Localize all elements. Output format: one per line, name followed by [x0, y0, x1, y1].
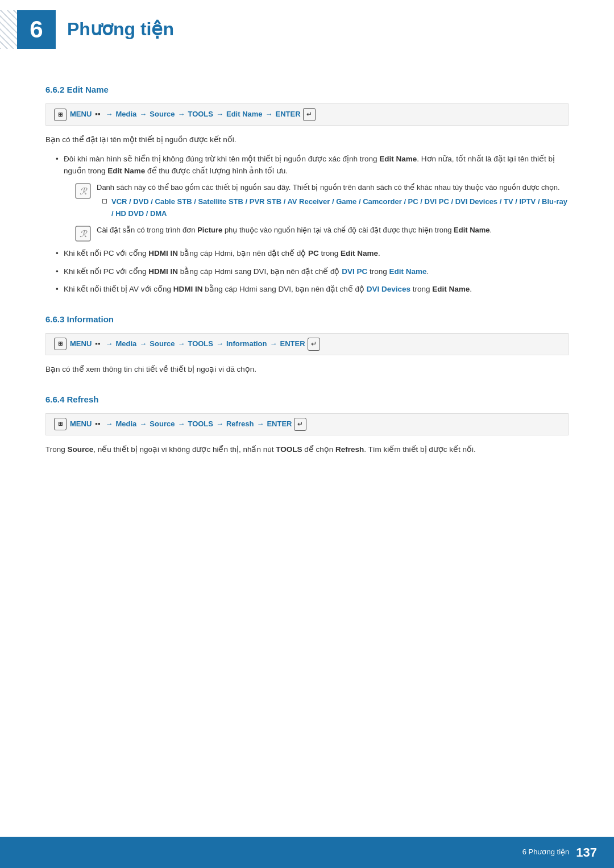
arrow-2: → [139, 109, 147, 121]
arrow-663-3: → [177, 338, 185, 350]
source-663: Source [150, 338, 175, 350]
arrow-664-1: → [106, 418, 113, 430]
arrow-4: → [216, 109, 223, 121]
sub-bullet-square [102, 199, 107, 203]
section-662-intro: Bạn có thể đặt lại tên một thiết bị nguồ… [45, 134, 569, 146]
svg-text:ℛ: ℛ [80, 186, 88, 196]
arrow-664-2: → [139, 418, 147, 430]
arrow-664-4: → [216, 418, 223, 430]
note-box-2: ℛ Cài đặt sẵn có trong trình đơn Picture… [75, 225, 569, 242]
media-663: Media [116, 338, 137, 350]
arrow-5: → [265, 109, 273, 121]
grid-icon-663: ▪▪ [95, 338, 100, 350]
section-663-intro: Bạn có thể xem thông tin chi tiết về thi… [45, 363, 569, 376]
menu-path-663: ⊞ MENU ▪▪ → Media → Source → TOOLS → Inf… [45, 333, 569, 355]
note-icon-2: ℛ [75, 226, 91, 242]
chapter-title: Phương tiện [67, 15, 174, 44]
note1-content: Danh sách này có thể bao gồm các thiết b… [97, 182, 569, 220]
menu-path-662: ⊞ MENU ▪▪ → Media → Source → TOOLS → Edi… [45, 103, 569, 126]
media-label: Media [116, 109, 137, 121]
refresh-664: Refresh [226, 418, 254, 430]
menu-word-664: MENU [70, 418, 92, 430]
menu-word-663: MENU [70, 338, 92, 350]
chapter-number: 6 [17, 10, 56, 49]
menu-path-664: ⊞ MENU ▪▪ → Media → Source → TOOLS → Ref… [45, 413, 569, 435]
page-wrapper: 6 Phương tiện 6.6.2 Edit Name ⊞ MENU ▪▪ … [0, 0, 614, 868]
page-footer: 6 Phương tiện 137 [0, 837, 614, 868]
menu-icon-664: ⊞ [54, 418, 67, 430]
tools-663: TOOLS [188, 338, 213, 350]
note-box-1: ℛ Danh sách này có thể bao gồm các thiết… [75, 182, 569, 220]
section-662-bullets: Đôi khi màn hình sẽ hiển thị không đúng … [45, 153, 569, 296]
bullet-4: Khi kết nối thiết bị AV với cổng HDMI IN… [56, 283, 569, 296]
enter-icon-663: ↵ [308, 338, 320, 351]
tools-664: TOOLS [188, 418, 213, 430]
grid-icon: ▪▪ [95, 109, 100, 121]
main-content: 6.6.2 Edit Name ⊞ MENU ▪▪ → Media → Sour… [0, 60, 614, 837]
menu-word: MENU [70, 109, 92, 121]
source-label-1: Source [150, 109, 175, 121]
grid-icon-664: ▪▪ [95, 418, 100, 430]
menu-icon: ⊞ [54, 109, 67, 121]
section-664-intro: Trong Source, nếu thiết bị ngoại vi khôn… [45, 443, 569, 456]
enter-icon-1: ↵ [303, 108, 316, 121]
bullet-3: Khi kết nối PC với cổng HDMI IN bằng cáp… [56, 265, 569, 278]
media-664: Media [116, 418, 137, 430]
bullet-2: Khi kết nối PC với cổng HDMI IN bằng cáp… [56, 247, 569, 260]
arrow-1: → [106, 109, 113, 121]
chapter-header: 6 Phương tiện [0, 0, 614, 55]
enter-label-1: ENTER [276, 109, 301, 121]
section-663-heading: 6.6.3 Information [45, 313, 569, 326]
enter-664: ENTER [267, 418, 292, 430]
menu-icon-663: ⊞ [54, 338, 67, 350]
section-662-heading: 6.6.2 Edit Name [45, 83, 569, 97]
arrow-664-3: → [177, 418, 185, 430]
arrow-663-1: → [106, 338, 113, 350]
source-664: Source [150, 418, 175, 430]
section-664-heading: 6.6.4 Refresh [45, 393, 569, 406]
information-663: Information [226, 338, 267, 350]
bullet1-text: Đôi khi màn hình sẽ hiển thị không đúng … [64, 155, 555, 176]
sub-bullet-text: VCR / DVD / Cable STB / Satellite STB / … [111, 196, 569, 220]
bullet-1: Đôi khi màn hình sẽ hiển thị không đúng … [56, 153, 569, 242]
arrow-663-5: → [269, 338, 277, 350]
editname-label: Edit Name [226, 109, 263, 121]
footer-page-number: 137 [576, 842, 597, 862]
enter-663: ENTER [280, 338, 305, 350]
arrow-663-4: → [216, 338, 223, 350]
arrow-3: → [177, 109, 185, 121]
footer-chapter-text: 6 Phương tiện [522, 846, 570, 858]
svg-text:ℛ: ℛ [80, 229, 88, 239]
note1-subbullet: VCR / DVD / Cable STB / Satellite STB / … [102, 196, 569, 220]
note-icon-1: ℛ [75, 183, 91, 199]
note2-content: Cài đặt sẵn có trong trình đơn Picture p… [97, 225, 492, 236]
arrow-664-5: → [256, 418, 264, 430]
enter-icon-664: ↵ [294, 418, 306, 431]
arrow-663-2: → [139, 338, 147, 350]
tools-label-1: TOOLS [188, 109, 213, 121]
